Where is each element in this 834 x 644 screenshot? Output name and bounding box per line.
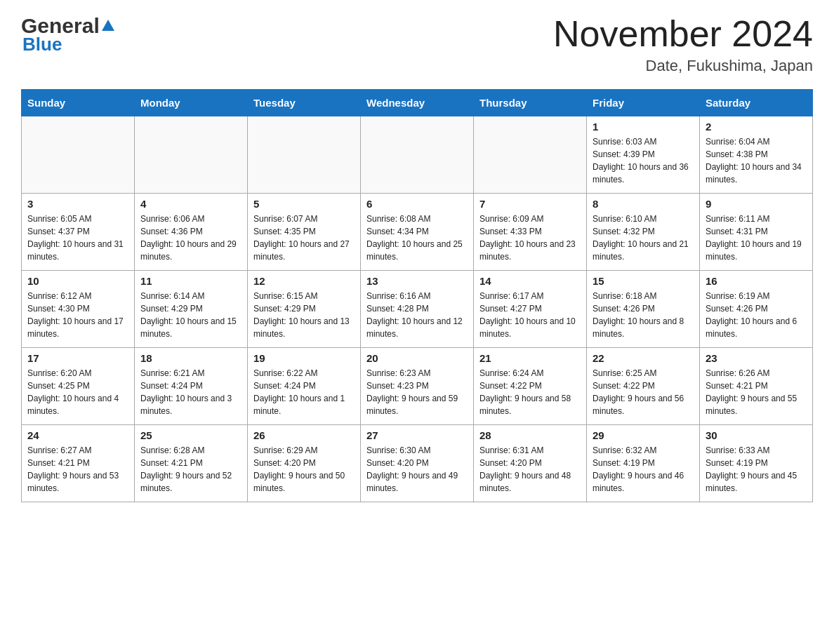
table-row: 11Sunrise: 6:14 AM Sunset: 4:29 PM Dayli… bbox=[135, 271, 248, 348]
table-row bbox=[22, 116, 135, 194]
calendar-week-row: 24Sunrise: 6:27 AM Sunset: 4:21 PM Dayli… bbox=[22, 425, 813, 502]
day-number: 30 bbox=[706, 429, 807, 441]
table-row: 27Sunrise: 6:30 AM Sunset: 4:20 PM Dayli… bbox=[361, 425, 474, 502]
header-saturday: Saturday bbox=[700, 90, 813, 116]
day-info: Sunrise: 6:18 AM Sunset: 4:26 PM Dayligh… bbox=[593, 290, 694, 340]
day-info: Sunrise: 6:16 AM Sunset: 4:28 PM Dayligh… bbox=[366, 290, 468, 340]
day-info: Sunrise: 6:15 AM Sunset: 4:29 PM Dayligh… bbox=[253, 290, 355, 340]
day-number: 1 bbox=[593, 121, 694, 133]
table-row bbox=[474, 116, 587, 194]
table-row: 22Sunrise: 6:25 AM Sunset: 4:22 PM Dayli… bbox=[587, 348, 700, 425]
calendar-week-row: 10Sunrise: 6:12 AM Sunset: 4:30 PM Dayli… bbox=[22, 271, 813, 348]
day-info: Sunrise: 6:27 AM Sunset: 4:21 PM Dayligh… bbox=[27, 444, 128, 495]
table-row: 24Sunrise: 6:27 AM Sunset: 4:21 PM Dayli… bbox=[22, 425, 135, 502]
page-header: General Blue November 2024 Date, Fukushi… bbox=[21, 14, 813, 75]
day-number: 10 bbox=[27, 275, 128, 287]
logo: General Blue bbox=[21, 14, 114, 55]
day-info: Sunrise: 6:26 AM Sunset: 4:21 PM Dayligh… bbox=[706, 367, 807, 417]
day-number: 17 bbox=[27, 352, 128, 364]
weekday-header-row: Sunday Monday Tuesday Wednesday Thursday… bbox=[22, 90, 813, 116]
day-info: Sunrise: 6:25 AM Sunset: 4:22 PM Dayligh… bbox=[593, 367, 694, 417]
header-tuesday: Tuesday bbox=[248, 90, 361, 116]
calendar-subtitle: Date, Fukushima, Japan bbox=[553, 57, 813, 75]
day-info: Sunrise: 6:24 AM Sunset: 4:22 PM Dayligh… bbox=[479, 367, 581, 417]
day-number: 13 bbox=[366, 275, 468, 287]
calendar-table: Sunday Monday Tuesday Wednesday Thursday… bbox=[21, 89, 813, 502]
day-info: Sunrise: 6:21 AM Sunset: 4:24 PM Dayligh… bbox=[140, 367, 241, 417]
header-thursday: Thursday bbox=[474, 90, 587, 116]
day-info: Sunrise: 6:03 AM Sunset: 4:39 PM Dayligh… bbox=[593, 135, 694, 186]
calendar-week-row: 17Sunrise: 6:20 AM Sunset: 4:25 PM Dayli… bbox=[22, 348, 813, 425]
table-row bbox=[248, 116, 361, 194]
day-info: Sunrise: 6:28 AM Sunset: 4:21 PM Dayligh… bbox=[140, 444, 241, 495]
day-number: 23 bbox=[706, 352, 807, 364]
day-number: 2 bbox=[706, 121, 807, 133]
table-row: 7Sunrise: 6:09 AM Sunset: 4:33 PM Daylig… bbox=[474, 194, 587, 271]
day-info: Sunrise: 6:31 AM Sunset: 4:20 PM Dayligh… bbox=[479, 444, 581, 495]
table-row bbox=[135, 116, 248, 194]
table-row: 1Sunrise: 6:03 AM Sunset: 4:39 PM Daylig… bbox=[587, 116, 700, 194]
table-row: 15Sunrise: 6:18 AM Sunset: 4:26 PM Dayli… bbox=[587, 271, 700, 348]
day-info: Sunrise: 6:06 AM Sunset: 4:36 PM Dayligh… bbox=[140, 213, 241, 263]
table-row: 9Sunrise: 6:11 AM Sunset: 4:31 PM Daylig… bbox=[700, 194, 813, 271]
day-info: Sunrise: 6:33 AM Sunset: 4:19 PM Dayligh… bbox=[706, 444, 807, 495]
day-info: Sunrise: 6:30 AM Sunset: 4:20 PM Dayligh… bbox=[366, 444, 468, 495]
logo-blue-text: Blue bbox=[22, 34, 62, 55]
day-info: Sunrise: 6:05 AM Sunset: 4:37 PM Dayligh… bbox=[27, 213, 128, 263]
day-number: 29 bbox=[593, 429, 694, 441]
day-info: Sunrise: 6:23 AM Sunset: 4:23 PM Dayligh… bbox=[366, 367, 468, 417]
title-block: November 2024 Date, Fukushima, Japan bbox=[553, 14, 813, 75]
day-number: 12 bbox=[253, 275, 355, 287]
table-row: 26Sunrise: 6:29 AM Sunset: 4:20 PM Dayli… bbox=[248, 425, 361, 502]
day-number: 21 bbox=[479, 352, 581, 364]
day-number: 11 bbox=[140, 275, 241, 287]
table-row: 4Sunrise: 6:06 AM Sunset: 4:36 PM Daylig… bbox=[135, 194, 248, 271]
table-row: 18Sunrise: 6:21 AM Sunset: 4:24 PM Dayli… bbox=[135, 348, 248, 425]
table-row: 8Sunrise: 6:10 AM Sunset: 4:32 PM Daylig… bbox=[587, 194, 700, 271]
header-monday: Monday bbox=[135, 90, 248, 116]
table-row: 10Sunrise: 6:12 AM Sunset: 4:30 PM Dayli… bbox=[22, 271, 135, 348]
day-info: Sunrise: 6:12 AM Sunset: 4:30 PM Dayligh… bbox=[27, 290, 128, 340]
day-number: 20 bbox=[366, 352, 468, 364]
day-number: 15 bbox=[593, 275, 694, 287]
table-row: 2Sunrise: 6:04 AM Sunset: 4:38 PM Daylig… bbox=[700, 116, 813, 194]
day-number: 27 bbox=[366, 429, 468, 441]
day-info: Sunrise: 6:17 AM Sunset: 4:27 PM Dayligh… bbox=[479, 290, 581, 340]
day-number: 22 bbox=[593, 352, 694, 364]
day-number: 25 bbox=[140, 429, 241, 441]
day-info: Sunrise: 6:20 AM Sunset: 4:25 PM Dayligh… bbox=[27, 367, 128, 417]
table-row: 25Sunrise: 6:28 AM Sunset: 4:21 PM Dayli… bbox=[135, 425, 248, 502]
day-number: 8 bbox=[593, 198, 694, 210]
day-info: Sunrise: 6:07 AM Sunset: 4:35 PM Dayligh… bbox=[253, 213, 355, 263]
table-row: 14Sunrise: 6:17 AM Sunset: 4:27 PM Dayli… bbox=[474, 271, 587, 348]
table-row bbox=[361, 116, 474, 194]
table-row: 3Sunrise: 6:05 AM Sunset: 4:37 PM Daylig… bbox=[22, 194, 135, 271]
day-number: 19 bbox=[253, 352, 355, 364]
table-row: 19Sunrise: 6:22 AM Sunset: 4:24 PM Dayli… bbox=[248, 348, 361, 425]
day-info: Sunrise: 6:29 AM Sunset: 4:20 PM Dayligh… bbox=[253, 444, 355, 495]
day-info: Sunrise: 6:08 AM Sunset: 4:34 PM Dayligh… bbox=[366, 213, 468, 263]
table-row: 6Sunrise: 6:08 AM Sunset: 4:34 PM Daylig… bbox=[361, 194, 474, 271]
day-number: 7 bbox=[479, 198, 581, 210]
header-friday: Friday bbox=[587, 90, 700, 116]
day-number: 26 bbox=[253, 429, 355, 441]
day-info: Sunrise: 6:04 AM Sunset: 4:38 PM Dayligh… bbox=[706, 135, 807, 186]
table-row: 12Sunrise: 6:15 AM Sunset: 4:29 PM Dayli… bbox=[248, 271, 361, 348]
table-row: 16Sunrise: 6:19 AM Sunset: 4:26 PM Dayli… bbox=[700, 271, 813, 348]
day-number: 16 bbox=[706, 275, 807, 287]
table-row: 13Sunrise: 6:16 AM Sunset: 4:28 PM Dayli… bbox=[361, 271, 474, 348]
table-row: 20Sunrise: 6:23 AM Sunset: 4:23 PM Dayli… bbox=[361, 348, 474, 425]
day-number: 4 bbox=[140, 198, 241, 210]
day-info: Sunrise: 6:10 AM Sunset: 4:32 PM Dayligh… bbox=[593, 213, 694, 263]
day-info: Sunrise: 6:32 AM Sunset: 4:19 PM Dayligh… bbox=[593, 444, 694, 495]
calendar-week-row: 3Sunrise: 6:05 AM Sunset: 4:37 PM Daylig… bbox=[22, 194, 813, 271]
table-row: 17Sunrise: 6:20 AM Sunset: 4:25 PM Dayli… bbox=[22, 348, 135, 425]
day-info: Sunrise: 6:19 AM Sunset: 4:26 PM Dayligh… bbox=[706, 290, 807, 340]
day-number: 5 bbox=[253, 198, 355, 210]
day-info: Sunrise: 6:11 AM Sunset: 4:31 PM Dayligh… bbox=[706, 213, 807, 263]
table-row: 21Sunrise: 6:24 AM Sunset: 4:22 PM Dayli… bbox=[474, 348, 587, 425]
day-number: 14 bbox=[479, 275, 581, 287]
table-row: 29Sunrise: 6:32 AM Sunset: 4:19 PM Dayli… bbox=[587, 425, 700, 502]
header-sunday: Sunday bbox=[22, 90, 135, 116]
day-number: 6 bbox=[366, 198, 468, 210]
